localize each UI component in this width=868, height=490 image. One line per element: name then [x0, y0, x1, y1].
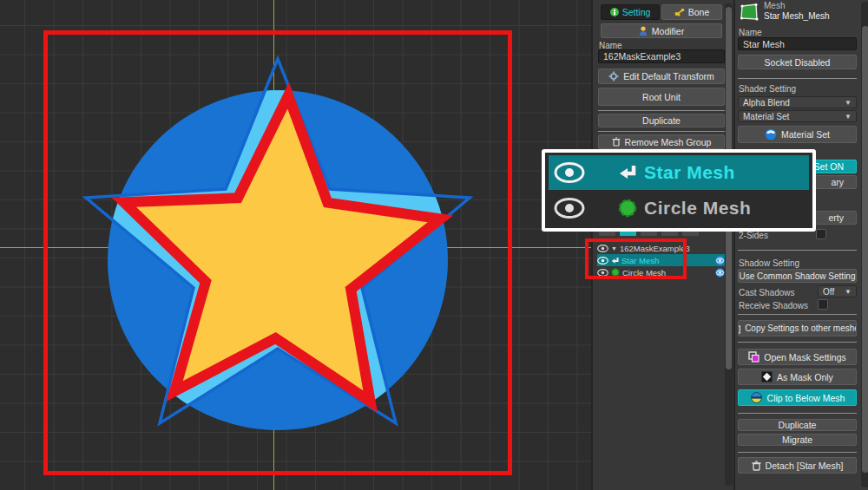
cast-shadows-value: Off [823, 287, 834, 297]
as-mask-only-button[interactable]: As Mask Only [738, 369, 857, 385]
edit-default-transform-label: Edit Default Transform [623, 71, 713, 82]
detach-mesh-button[interactable]: Detach [Star Mesh] [738, 457, 857, 474]
mesh-setting-panel: Mesh Star Mesh_Mesh Name Star Mesh Socke… [733, 0, 868, 490]
chevron-down-icon: ▼ [845, 113, 852, 121]
receive-shadows-label: Receive Shadows [739, 301, 808, 310]
migrate-label: Migrate [782, 434, 812, 445]
transform-gear-icon [608, 71, 619, 82]
divider [738, 342, 857, 343]
mesh-edit-viewport[interactable] [0, 0, 591, 490]
two-sides-label: 2-Sides [739, 231, 768, 240]
divider [738, 250, 857, 251]
mesh-full-name: Star Mesh_Mesh [764, 11, 830, 21]
shadow-setting-label: Shadow Setting [739, 258, 799, 268]
copy-settings-label: Copy Settings to other meshes [745, 323, 857, 333]
modifier-button-label: Modifier [652, 26, 684, 36]
cast-shadows-dropdown[interactable]: Off ▼ [818, 285, 857, 297]
use-common-shadow-label: Use Common Shadow Setting [740, 271, 856, 281]
clip-arrow-icon [618, 163, 637, 182]
modifier-button[interactable]: Modifier [601, 23, 722, 38]
cast-shadows-label: Cast Shadows [739, 288, 794, 297]
open-mask-settings-button[interactable]: Open Mask Settings [738, 349, 857, 365]
modifier-icon [639, 26, 648, 36]
trash-icon [612, 137, 621, 147]
trash-icon [752, 461, 761, 471]
material-set-value: Material Set [743, 112, 789, 121]
divider [598, 110, 725, 111]
detach-mesh-label: Detach [Star Mesh] [766, 461, 844, 471]
chevron-down-icon: ▼ [845, 288, 852, 296]
blend-mode-value: Alpha Blend [743, 98, 790, 108]
mesh-name-value: Star Mesh [743, 39, 785, 49]
setting-info-icon [610, 8, 619, 16]
as-mask-only-label: As Mask Only [777, 372, 833, 382]
copy-settings-button[interactable]: Copy Settings to other meshes [738, 320, 857, 336]
tree-selection-annotation [585, 238, 687, 279]
eye-icon [554, 197, 585, 219]
clip-ball-icon [750, 392, 763, 403]
mesh-icon [618, 199, 637, 218]
tab-bone[interactable]: Bone [661, 4, 722, 20]
socket-disabled-label: Socket Disabled [765, 57, 831, 68]
duplicate-mesh-group-label: Duplicate [642, 115, 681, 126]
eye-icon [554, 161, 585, 184]
remove-mesh-group-label: Remove Mesh Group [625, 137, 712, 147]
tree-zoom-callout: Star Mesh Circle Mesh [542, 149, 816, 232]
app-window: Setting Bone Modifier Name 162MaskExampl… [0, 0, 868, 490]
socket-disabled-button[interactable]: Socket Disabled [738, 55, 857, 69]
use-common-shadow-button[interactable]: Use Common Shadow Setting [738, 269, 857, 283]
callout-row-star-mesh[interactable]: Star Mesh [549, 155, 809, 190]
receive-shadows-checkbox[interactable] [818, 299, 828, 310]
divider [738, 452, 857, 453]
chevron-down-icon: ▼ [845, 99, 852, 107]
tab-setting[interactable]: Setting [601, 4, 660, 20]
callout-star-mesh-label: Star Mesh [644, 162, 735, 183]
property-label: erty [828, 212, 844, 223]
selection-frame-annotation [43, 30, 512, 475]
material-set-dropdown[interactable]: Material Set ▼ [738, 110, 857, 122]
root-unit-button[interactable]: Root Unit [598, 88, 725, 106]
remove-mesh-group-button[interactable]: Remove Mesh Group [598, 134, 725, 149]
migrate-button[interactable]: Migrate [738, 434, 857, 446]
mask-squares-icon [748, 351, 760, 363]
divider [738, 314, 857, 315]
blend-mode-dropdown[interactable]: Alpha Blend ▼ [738, 96, 857, 108]
middle-panel-scrollbar[interactable] [725, 3, 733, 486]
duplicate-mesh-button[interactable]: Duplicate [738, 419, 857, 431]
mesh-group-name-value: 162MaskExample3 [603, 51, 681, 62]
duplicate-mesh-group-button[interactable]: Duplicate [598, 114, 725, 127]
right-panel-scrollbar-thumb[interactable] [862, 26, 868, 473]
root-unit-label: Root Unit [642, 92, 681, 102]
callout-row-circle-mesh[interactable]: Circle Mesh [549, 192, 809, 226]
duplicate-mesh-label: Duplicate [779, 420, 817, 430]
library-label: ary [831, 177, 844, 187]
bone-icon [674, 8, 685, 16]
material-set-button[interactable]: Material Set [738, 126, 857, 143]
mesh-type-label: Mesh [764, 1, 785, 10]
material-set-on-label: Set ON [814, 161, 844, 172]
open-mask-settings-label: Open Mask Settings [764, 352, 846, 363]
shader-setting-label: Shader Setting [739, 84, 796, 94]
edit-default-transform-button[interactable]: Edit Default Transform [598, 69, 725, 84]
divider [738, 413, 857, 414]
divider [598, 131, 725, 132]
copy-document-icon [738, 323, 740, 334]
mask-diamond-icon [761, 371, 773, 382]
right-panel-scrollbar[interactable] [861, 2, 868, 487]
mesh-type-icon [740, 3, 759, 22]
mesh-name-input[interactable]: Star Mesh [738, 37, 857, 50]
name-label: Name [739, 28, 762, 37]
material-ball-icon [765, 128, 777, 140]
mesh-group-setting-panel: Setting Bone Modifier Name 162MaskExampl… [591, 0, 733, 490]
tab-setting-label: Setting [622, 7, 651, 17]
tab-bone-label: Bone [688, 7, 710, 17]
clip-to-below-mesh-label: Clip to Below Mesh [767, 393, 845, 403]
callout-circle-mesh-label: Circle Mesh [644, 198, 751, 219]
two-sides-checkbox[interactable] [816, 229, 826, 239]
mesh-group-name-input[interactable]: 162MaskExample3 [598, 49, 725, 63]
divider [738, 78, 857, 79]
clip-to-below-mesh-button[interactable]: Clip to Below Mesh [738, 389, 857, 406]
material-set-button-label: Material Set [781, 129, 830, 140]
